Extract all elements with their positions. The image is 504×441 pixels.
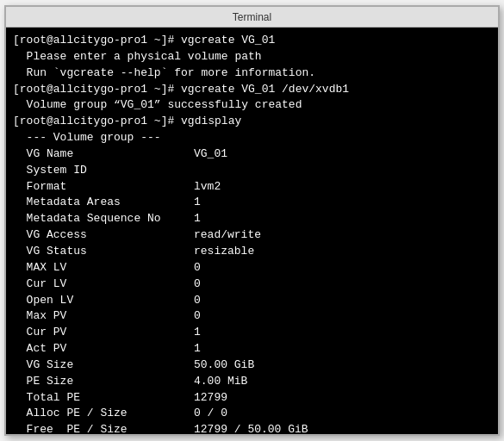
vg-label: VG Access <box>13 227 194 244</box>
terminal-line: VG NameVG_01 <box>13 146 491 163</box>
terminal-line: Cur LV0 <box>13 276 491 293</box>
terminal-line: Run `vgcreate --help` for more informati… <box>13 65 491 82</box>
vg-label: Free PE / Size <box>13 422 194 434</box>
terminal-line: Please enter a physical volume path <box>13 49 491 65</box>
vg-value: lvm2 <box>194 179 221 196</box>
vg-value: 1 <box>194 195 201 211</box>
vg-label: MAX LV <box>13 260 194 276</box>
terminal-line: VG Statusresizable <box>13 244 491 260</box>
terminal-line: System ID <box>13 163 491 179</box>
terminal-line: Total PE12799 <box>13 390 491 407</box>
vg-value: 50.00 GiB <box>194 357 254 374</box>
terminal-line: [root@allcitygo-pro1 ~]# vgcreate VG_01 <box>13 33 491 49</box>
vg-value: 4.00 MiB <box>194 374 247 390</box>
terminal-line: Formatlvm2 <box>13 179 491 196</box>
terminal-body[interactable]: [root@allcitygo-pro1 ~]# vgcreate VG_01 … <box>6 28 498 434</box>
vg-value: 12799 / 50.00 GiB <box>194 422 308 434</box>
terminal-line: Max PV0 <box>13 308 491 325</box>
terminal-line: Open LV0 <box>13 293 491 309</box>
terminal-line: Free PE / Size12799 / 50.00 GiB <box>13 422 491 434</box>
vg-label: VG Size <box>13 357 194 374</box>
vg-value: 0 / 0 <box>194 406 227 422</box>
vg-label: Alloc PE / Size <box>13 406 194 422</box>
terminal-line: [root@allcitygo-pro1 ~]# vgcreate VG_01 … <box>13 82 491 98</box>
vg-label: Total PE <box>13 390 194 407</box>
terminal-line: MAX LV0 <box>13 260 491 276</box>
vg-label: Act PV <box>13 341 194 357</box>
vg-value: 1 <box>194 341 201 357</box>
terminal-line: VG Size50.00 GiB <box>13 357 491 374</box>
terminal-line: Volume group “VG_01” successfully create… <box>13 97 491 114</box>
vg-label: Metadata Areas <box>13 195 194 211</box>
vg-label: VG Name <box>13 146 194 163</box>
vg-value: 0 <box>194 260 201 276</box>
vg-value: 0 <box>194 293 201 309</box>
title-text: Terminal <box>13 11 491 23</box>
vg-label: PE Size <box>13 374 194 390</box>
vg-label: VG Status <box>13 244 194 260</box>
vg-value: resizable <box>194 244 254 260</box>
vg-value: 1 <box>194 211 201 227</box>
terminal-line: [root@allcitygo-pro1 ~]# vgdisplay <box>13 114 491 130</box>
vg-value: 0 <box>194 308 201 325</box>
vg-label: Metadata Sequence No <box>13 211 194 227</box>
vg-label: Cur PV <box>13 325 194 341</box>
vg-value: read/write <box>194 227 261 244</box>
vg-value: 12799 <box>194 390 227 407</box>
terminal-line: Act PV1 <box>13 341 491 357</box>
vg-value: VG_01 <box>194 146 227 163</box>
vg-label: System ID <box>13 163 194 179</box>
vg-label: Cur LV <box>13 276 194 293</box>
terminal-line: VG Accessread/write <box>13 227 491 244</box>
terminal-line: Metadata Sequence No1 <box>13 211 491 227</box>
terminal-line: PE Size4.00 MiB <box>13 374 491 390</box>
terminal-line: --- Volume group --- <box>13 130 491 146</box>
terminal-line: Alloc PE / Size0 / 0 <box>13 406 491 422</box>
terminal-line: Metadata Areas1 <box>13 195 491 211</box>
vg-value: 1 <box>194 325 201 341</box>
terminal-line: Cur PV1 <box>13 325 491 341</box>
vg-value: 0 <box>194 276 201 293</box>
vg-label: Max PV <box>13 308 194 325</box>
vg-label: Format <box>13 179 194 196</box>
terminal-window: Terminal [root@allcitygo-pro1 ~]# vgcrea… <box>4 5 500 436</box>
title-bar: Terminal <box>6 7 498 28</box>
vg-label: Open LV <box>13 293 194 309</box>
